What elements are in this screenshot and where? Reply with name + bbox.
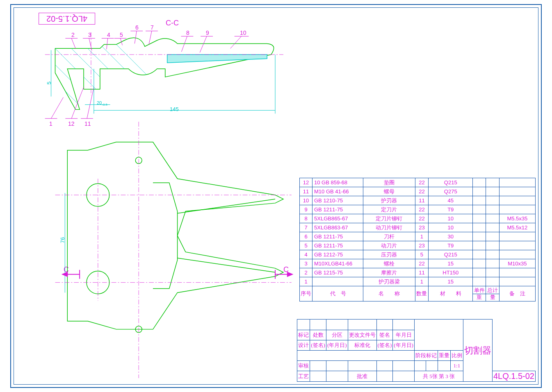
- svg-point-34: [135, 157, 142, 164]
- lbl-approve: 批准: [348, 371, 376, 382]
- table-row: 3M10XLGB41-66螺栓2215M10x35: [300, 259, 536, 268]
- table-row: 10GB 1210-75护刃器1145: [300, 196, 536, 205]
- table-row: 4GB 1212-75压刃器5Q215: [300, 250, 536, 259]
- svg-point-32: [87, 184, 109, 206]
- table-row: 75XLGB863-67动刀片铆钉2310M5.5x12: [300, 223, 536, 232]
- scale-val: 1:1: [450, 361, 463, 371]
- lbl-weight: 重量: [438, 351, 450, 361]
- lbl-sign2: (签名): [310, 340, 326, 351]
- cut-letter-right: C: [283, 265, 289, 274]
- table-row: 1210 GB 859-68垫圈22Q215: [300, 178, 536, 187]
- table-row: 9GB 1211-75定刀片22T9: [300, 205, 536, 214]
- lbl-mark: 标记: [297, 330, 310, 340]
- svg-line-20: [71, 87, 84, 119]
- bom-header: 序号代 号名 称数量材 料单件重总计量备 注: [300, 286, 536, 301]
- svg-line-2: [89, 39, 92, 51]
- callout-12: 12: [68, 120, 75, 127]
- lbl-zone: 分区: [326, 330, 348, 340]
- lbl-count: 处数: [310, 330, 326, 340]
- svg-point-33: [87, 271, 109, 294]
- lbl-design: 设计: [297, 340, 310, 351]
- dim-76: 76: [59, 237, 66, 243]
- lbl-date: 年月日: [393, 330, 415, 340]
- callout-1: 1: [49, 120, 52, 127]
- svg-line-0: [71, 39, 75, 49]
- drawing-no: 4LQ.1.5-02: [492, 371, 535, 382]
- lbl-std: 标准化: [348, 340, 376, 351]
- lbl-sign3: (签名): [376, 340, 393, 351]
- table-row: 1护刃器梁115: [300, 277, 536, 286]
- table-row: 85XLGB865-67定刀片铆钉2210M5.5x35: [300, 214, 536, 223]
- lbl-stage: 阶段标记: [414, 351, 438, 361]
- callout-5: 5: [120, 32, 123, 38]
- svg-point-35: [135, 326, 142, 333]
- callout-8: 8: [186, 29, 189, 36]
- dim-145: 145: [170, 106, 179, 112]
- lbl-process: 工艺: [297, 371, 310, 382]
- lbl-date3: (年月日): [393, 340, 415, 351]
- callout-6: 6: [135, 24, 139, 31]
- lbl-sign: 签名: [376, 330, 393, 340]
- lbl-change: 更改文件号: [348, 330, 376, 340]
- title-block: 切割器 标记 处数 分区 更改文件号 签名 年月日 设计 (签名) (年月日) …: [297, 319, 536, 382]
- callout-10: 10: [240, 29, 246, 36]
- callout-3: 3: [88, 32, 91, 38]
- svg-line-6: [120, 39, 122, 45]
- callout-11: 11: [84, 120, 91, 127]
- table-row: 5GB 1211-75动刀片23T9: [300, 241, 536, 250]
- svg-line-12: [182, 36, 187, 52]
- svg-line-16: [230, 36, 242, 49]
- bom-table: 1210 GB 859-68垫圈22Q21511M10 GB 41-66螺母22…: [299, 178, 536, 301]
- callout-7: 7: [151, 24, 154, 31]
- table-row: 6GB 1211-75刀杆130: [300, 232, 536, 241]
- svg-line-10: [149, 31, 152, 45]
- flipped-partno-box: 4LQ.1.5-02: [39, 13, 95, 25]
- svg-line-22: [87, 87, 94, 119]
- callout-2: 2: [71, 32, 75, 38]
- dim-20: 20-0.5: [97, 100, 107, 106]
- lbl-date2: (年月日): [326, 340, 348, 351]
- cut-letter-left: C: [64, 265, 69, 274]
- callout-9: 9: [206, 29, 209, 36]
- table-row: 11M10 GB 41-66螺母22Q275: [300, 187, 536, 196]
- lbl-scale: 比例: [450, 351, 463, 361]
- table-row: 2GB 1215-75摩擦片11HT150: [300, 268, 536, 277]
- lbl-review: 审核: [297, 361, 310, 371]
- svg-line-14: [200, 36, 207, 53]
- section-label: C-C: [166, 19, 179, 27]
- svg-line-18: [51, 97, 64, 119]
- callout-4: 4: [107, 32, 110, 38]
- svg-line-4: [107, 39, 108, 50]
- dim-5: 5: [46, 82, 52, 84]
- title-name: 切割器: [464, 344, 491, 357]
- sheets: 共 5张 第 3 张: [414, 371, 463, 382]
- flipped-partno: 4LQ.1.5-02: [46, 14, 87, 23]
- svg-line-8: [135, 31, 137, 44]
